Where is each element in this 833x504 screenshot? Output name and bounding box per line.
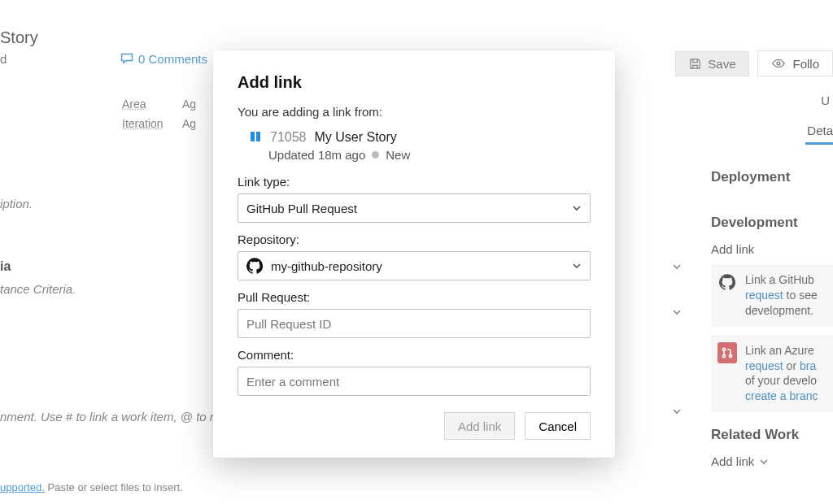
work-item-title: Story: [0, 28, 38, 47]
comment-icon: [120, 52, 133, 65]
related-add-link[interactable]: Add link: [711, 454, 833, 468]
comment-label: Comment:: [238, 348, 591, 362]
pull-request-label: Pull Request:: [238, 290, 591, 304]
svg-point-1: [722, 348, 725, 350]
chevron-down-icon: [572, 203, 582, 213]
book-icon: [249, 130, 262, 146]
pull-request-icon: [717, 342, 737, 363]
attachment-hint: upported. Paste or select files to inser…: [0, 481, 183, 493]
work-item-name: My User Story: [315, 130, 397, 146]
chevron-down-icon: [572, 261, 582, 271]
link-type-label: Link type:: [238, 175, 591, 189]
eye-icon: [771, 56, 786, 71]
chevron-down-icon: [672, 262, 682, 272]
save-button[interactable]: Save: [675, 51, 749, 76]
github-icon: [246, 258, 263, 274]
work-item-updated: Updated 18m ago: [268, 148, 365, 162]
repository-select[interactable]: my-github-repository: [238, 251, 591, 280]
dialog-intro: You are adding a link from:: [238, 105, 591, 119]
add-link-dialog: Add link You are adding a link from: 710…: [213, 50, 615, 458]
comment-input[interactable]: [246, 375, 582, 389]
work-item-state: New: [386, 148, 410, 162]
classification-fields: Area Ag Iteration Ag: [122, 98, 196, 137]
azure-suggestion-card: Link an Azure request or bra of your dev…: [711, 335, 833, 413]
github-icon: [717, 272, 737, 292]
section-toggle-2[interactable]: [665, 301, 688, 324]
pull-request-input[interactable]: [246, 317, 582, 331]
svg-point-3: [729, 354, 731, 357]
iteration-label: Iteration: [122, 117, 171, 130]
follow-button[interactable]: Follo: [757, 50, 833, 76]
azure-branch-link[interactable]: bra: [800, 359, 816, 372]
link-type-value: GitHub Pull Request: [246, 202, 357, 215]
pull-request-input-wrap: [238, 309, 591, 338]
repository-value: my-github-repository: [271, 259, 382, 273]
area-value[interactable]: Ag: [182, 98, 196, 111]
dev-add-link[interactable]: Add link: [711, 242, 833, 256]
svg-point-0: [778, 62, 781, 65]
area-label: Area: [122, 98, 171, 111]
gh-request-link[interactable]: request: [745, 289, 783, 302]
dialog-title: Add link: [238, 73, 591, 92]
cancel-button[interactable]: Cancel: [525, 412, 591, 440]
add-link-button[interactable]: Add link: [444, 412, 515, 440]
source-work-item: 71058 My User Story: [238, 130, 591, 146]
link-type-select[interactable]: GitHub Pull Request: [238, 193, 591, 223]
related-work-heading: Related Work: [711, 427, 833, 443]
repository-label: Repository:: [238, 232, 591, 246]
iteration-value[interactable]: Ag: [182, 117, 196, 130]
svg-point-2: [722, 354, 725, 357]
section-toggle-3[interactable]: [665, 400, 688, 423]
status-fragment: d: [0, 52, 7, 66]
updated-fragment: U: [821, 93, 830, 107]
state-dot-icon: [372, 151, 379, 159]
deployment-heading: Deployment: [711, 169, 833, 185]
work-item-id: 71058: [270, 130, 307, 146]
comments-link[interactable]: 0 Comments: [120, 52, 207, 66]
development-heading: Development: [711, 215, 833, 231]
comments-count: 0 Comments: [138, 52, 207, 66]
tab-details[interactable]: Deta: [805, 124, 833, 145]
create-branch-link[interactable]: create a branc: [745, 389, 818, 402]
chevron-down-icon: [672, 406, 682, 416]
github-suggestion-card: Link a GitHub request to see development…: [711, 264, 833, 327]
azure-request-link[interactable]: request: [745, 359, 783, 372]
comment-input-wrap: [238, 367, 591, 396]
chevron-down-icon: [672, 307, 682, 317]
save-icon: [689, 58, 701, 70]
chevron-down-icon: [759, 457, 769, 467]
section-toggle-1[interactable]: [665, 255, 688, 278]
